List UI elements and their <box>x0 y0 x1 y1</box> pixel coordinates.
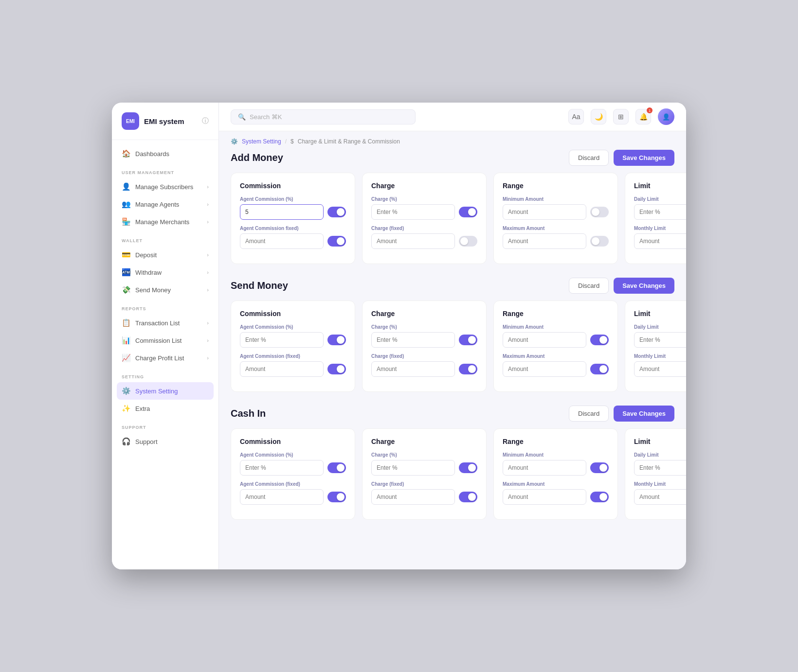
field-input-0[interactable] <box>503 460 586 476</box>
field-input-1[interactable] <box>503 489 586 505</box>
field-input-0[interactable] <box>371 460 455 476</box>
field-input-1[interactable] <box>240 233 324 249</box>
manage-agents-icon: 👥 <box>122 200 130 209</box>
field-row-0 <box>371 460 477 476</box>
notification-icon-btn[interactable]: 🔔 1 <box>635 109 651 124</box>
toggle-1[interactable] <box>590 364 609 374</box>
field-input-1[interactable] <box>634 233 686 249</box>
sidebar-item-deposit[interactable]: 💳 Deposit › <box>112 246 218 264</box>
field-label-1: Maximum Amount <box>503 481 609 487</box>
field-input-0[interactable] <box>240 204 324 220</box>
field-input-0[interactable] <box>503 332 586 348</box>
field-input-1[interactable] <box>634 361 686 377</box>
sidebar-item-withdraw[interactable]: 🏧 Withdraw › <box>112 264 218 281</box>
toggle-0[interactable] <box>327 207 346 217</box>
field-input-0[interactable] <box>503 204 586 220</box>
field-input-1[interactable] <box>634 489 686 505</box>
sidebar-item-label: Withdraw <box>135 269 162 276</box>
card-title: Commission <box>240 438 346 445</box>
sidebar-item-label: Charge Profit List <box>135 354 184 362</box>
field-input-1[interactable] <box>240 489 324 505</box>
field-group-1: Maximum Amount <box>503 481 609 505</box>
save-button-send-money[interactable]: Save Changes <box>614 278 674 294</box>
toggle-1[interactable] <box>327 236 346 247</box>
field-input-0[interactable] <box>240 332 324 348</box>
toggle-0[interactable] <box>327 335 346 345</box>
field-input-0[interactable] <box>371 204 455 220</box>
card-send-money-charge: Charge Charge (%) Charge (fixed) <box>362 301 487 392</box>
field-input-0[interactable] <box>240 460 324 476</box>
field-input-1[interactable] <box>371 489 455 505</box>
toggle-1[interactable] <box>459 236 477 247</box>
field-input-1[interactable] <box>371 233 455 249</box>
field-input-1[interactable] <box>371 361 455 377</box>
field-input-0[interactable] <box>634 460 686 476</box>
field-row-0 <box>503 460 609 476</box>
sidebar-item-send-money[interactable]: 💸 Send Money › <box>112 281 218 299</box>
sidebar-item-system-setting[interactable]: ⚙️ System Setting <box>117 382 214 400</box>
sidebar-item-support[interactable]: 🎧 Support <box>112 433 218 450</box>
field-label-1: Maximum Amount <box>503 226 609 231</box>
field-input-1[interactable] <box>503 233 586 249</box>
extra-icon: ✨ <box>122 404 130 413</box>
toggle-0[interactable] <box>459 462 477 473</box>
field-label-1: Maximum Amount <box>503 354 609 359</box>
toggle-1[interactable] <box>590 492 609 502</box>
sidebar-section-label: User Management <box>112 162 218 178</box>
toggle-0[interactable] <box>590 335 609 345</box>
sidebar-item-dashboards[interactable]: 🏠 Dashboards <box>112 145 218 162</box>
save-button-add-money[interactable]: Save Changes <box>614 150 674 166</box>
charge-profit-list-icon: 📈 <box>122 354 130 362</box>
sidebar-item-extra[interactable]: ✨ Extra <box>112 400 218 417</box>
sidebar-item-label: Support <box>135 438 158 445</box>
field-label-0: Minimum Amount <box>503 324 609 330</box>
toggle-0[interactable] <box>459 335 477 345</box>
grid-icon-btn[interactable]: ⊞ <box>613 109 629 124</box>
discard-button-add-money[interactable]: Discard <box>569 150 609 166</box>
toggle-0[interactable] <box>459 207 477 217</box>
field-row-1 <box>634 361 686 377</box>
sidebar-item-commission-list[interactable]: 📊 Commission List › <box>112 332 218 349</box>
field-input-0[interactable] <box>371 332 455 348</box>
toggle-1[interactable] <box>590 236 609 247</box>
toggle-1[interactable] <box>459 364 477 374</box>
discard-button-send-money[interactable]: Discard <box>569 278 609 294</box>
sidebar-item-manage-agents[interactable]: 👥 Manage Agents › <box>112 195 218 213</box>
sections-container: Add Money Discard Save Changes Commissio… <box>231 150 674 520</box>
card-send-money-range: Range Minimum Amount Maximum Amount <box>493 301 618 392</box>
toggle-1[interactable] <box>327 492 346 502</box>
breadcrumb-parent[interactable]: System Setting <box>242 138 281 145</box>
chevron-icon: › <box>207 219 209 225</box>
field-row-1 <box>371 361 477 377</box>
section-header-send-money: Send Money Discard Save Changes <box>231 278 674 294</box>
field-row-1 <box>503 361 609 377</box>
toggle-1[interactable] <box>327 364 346 374</box>
field-input-0[interactable] <box>634 204 686 220</box>
discard-button-cash-in[interactable]: Discard <box>569 406 609 422</box>
field-label-1: Charge (fixed) <box>371 481 477 487</box>
toggle-0[interactable] <box>590 207 609 217</box>
toggle-1[interactable] <box>459 492 477 502</box>
sidebar-item-charge-profit-list[interactable]: 📈 Charge Profit List › <box>112 349 218 367</box>
card-title: Limit <box>634 182 686 190</box>
field-input-0[interactable] <box>634 332 686 348</box>
field-label-0: Minimum Amount <box>503 196 609 202</box>
search-bar[interactable]: 🔍 Search ⌘K <box>231 109 416 124</box>
avatar[interactable]: 👤 <box>658 108 674 125</box>
field-input-1[interactable] <box>240 361 324 377</box>
info-icon[interactable]: ⓘ <box>202 117 209 125</box>
moon-icon-btn[interactable]: 🌙 <box>591 109 606 124</box>
translate-icon-btn[interactable]: Aa <box>568 109 584 124</box>
chevron-icon: › <box>207 201 209 207</box>
toggle-0[interactable] <box>327 462 346 473</box>
sidebar-item-manage-merchants[interactable]: 🏪 Manage Merchants › <box>112 213 218 230</box>
sidebar-item-transaction-list[interactable]: 📋 Transaction List › <box>112 314 218 332</box>
field-input-1[interactable] <box>503 361 586 377</box>
save-button-cash-in[interactable]: Save Changes <box>614 406 674 422</box>
sidebar-item-manage-subscribers[interactable]: 👤 Manage Subscribers › <box>112 178 218 195</box>
field-group-0: Daily Limit <box>634 196 686 220</box>
card-title: Range <box>503 182 609 190</box>
toggle-0[interactable] <box>590 462 609 473</box>
field-row-0 <box>634 204 686 220</box>
cards-row-send-money: Commission Agent Commission (%) Agent Co… <box>231 301 674 392</box>
